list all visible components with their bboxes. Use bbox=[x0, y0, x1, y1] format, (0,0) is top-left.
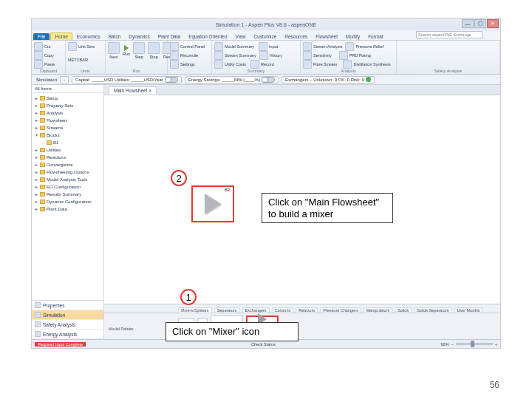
tab-customize[interactable]: Customize bbox=[250, 33, 281, 40]
palette-tab-user-models[interactable]: User Models bbox=[454, 307, 483, 313]
tab-modify[interactable]: Modify bbox=[342, 33, 364, 40]
palette-tab-solids-separators[interactable]: Solids Separators bbox=[414, 307, 451, 313]
nav-simulation[interactable]: Simulation bbox=[32, 310, 103, 320]
tab-view[interactable]: View bbox=[232, 33, 250, 40]
tab-file[interactable]: File bbox=[33, 33, 50, 40]
control-panel-icon[interactable] bbox=[170, 42, 179, 51]
expand-icon[interactable]: ▸ bbox=[34, 117, 38, 124]
tree-item-b1[interactable]: B1 bbox=[32, 139, 103, 146]
window-maximize-button[interactable]: ▢ bbox=[474, 19, 486, 28]
page-number: 56 bbox=[490, 380, 499, 390]
tab-format[interactable]: Format bbox=[364, 33, 387, 40]
expand-icon[interactable]: ▸ bbox=[34, 161, 38, 168]
prd-rating-icon[interactable] bbox=[339, 51, 348, 60]
tree-item-plant-data[interactable]: ▸Plant Data bbox=[32, 205, 103, 213]
expand-icon[interactable]: ▸ bbox=[34, 168, 38, 176]
record-icon[interactable] bbox=[250, 60, 259, 69]
history-icon[interactable] bbox=[259, 51, 268, 60]
tab-batch[interactable]: Batch bbox=[105, 33, 125, 40]
energy-toggle[interactable] bbox=[262, 77, 275, 83]
tree-item-reactions[interactable]: ▸Reactions bbox=[32, 154, 103, 161]
folder-icon bbox=[40, 148, 45, 152]
palette-tab-solids[interactable]: Solids bbox=[395, 307, 412, 313]
unit-sets-icon[interactable] bbox=[68, 42, 77, 51]
run-button[interactable]: Run bbox=[123, 45, 130, 56]
tab-flowsheet[interactable]: Flowsheet bbox=[312, 33, 341, 40]
palette-tab-manipulators[interactable]: Manipulators bbox=[364, 307, 393, 313]
sensitivity-icon[interactable] bbox=[303, 51, 312, 60]
tree-item-eo-configuration[interactable]: ▸EO Configuration bbox=[32, 183, 103, 191]
nav-energy-analysis[interactable]: Energy Analysis bbox=[32, 330, 103, 339]
palette-tab-exchangers[interactable]: Exchangers bbox=[242, 307, 270, 313]
expand-icon[interactable]: ▸ bbox=[34, 205, 38, 213]
nav-properties[interactable]: Properties bbox=[32, 301, 103, 310]
flare-system-icon[interactable] bbox=[303, 60, 312, 69]
search-exchange-input[interactable]: Search aspenONE Exchange bbox=[416, 31, 482, 38]
expand-icon[interactable]: ▸ bbox=[34, 146, 38, 154]
tree-item-flowsheet[interactable]: ▸Flowsheet bbox=[32, 117, 103, 124]
tab-economics[interactable]: Economics bbox=[73, 33, 104, 40]
expand-icon[interactable]: ▸ bbox=[34, 124, 38, 132]
palette-tab-mixers-splitters[interactable]: Mixers/Splitters bbox=[178, 307, 212, 313]
window-minimize-button[interactable]: — bbox=[462, 19, 474, 28]
block-triangle-icon bbox=[205, 194, 221, 214]
expand-icon[interactable]: ▸ bbox=[34, 198, 38, 205]
paste-icon[interactable] bbox=[34, 60, 43, 69]
tab-home[interactable]: Home bbox=[50, 33, 72, 40]
tree-item-convergence[interactable]: ▸Convergence bbox=[32, 161, 103, 168]
expand-icon[interactable]: ▸ bbox=[34, 109, 38, 117]
capital-pill[interactable]: Capital: _____USD Utilities: _____USD/Ye… bbox=[72, 76, 182, 83]
exchangers-pill[interactable]: Exchangers – Unknown: 0 OK: 0 Risk: 0 bbox=[282, 76, 375, 83]
tab-plant-data[interactable]: Plant Data bbox=[154, 33, 184, 40]
expand-icon[interactable]: ▸ bbox=[34, 154, 38, 161]
tree-item-model-analysis-tools[interactable]: ▸Model Analysis Tools bbox=[32, 176, 103, 183]
expand-icon[interactable]: ▸ bbox=[34, 95, 38, 102]
expand-icon[interactable]: ▸ bbox=[34, 176, 38, 183]
tree-item-streams[interactable]: ▸Streams bbox=[32, 124, 103, 132]
input-icon[interactable] bbox=[259, 42, 267, 51]
tree-item-flowsheeting-options[interactable]: ▸Flowsheeting Options bbox=[32, 168, 103, 176]
palette-tab-separators[interactable]: Separators bbox=[214, 307, 240, 313]
tab-resources[interactable]: Resources bbox=[281, 33, 311, 40]
zoom-out-button[interactable]: − bbox=[451, 342, 454, 347]
stop-button[interactable]: Stop bbox=[148, 42, 160, 59]
model-summary-icon[interactable] bbox=[214, 42, 223, 51]
dist-synthesis-icon[interactable] bbox=[343, 60, 352, 69]
palette-tab-columns[interactable]: Columns bbox=[272, 307, 294, 313]
palette-tab-reactors[interactable]: Reactors bbox=[296, 307, 318, 313]
tab-dynamics[interactable]: Dynamics bbox=[125, 33, 154, 40]
check-status-link[interactable]: Check Status bbox=[251, 342, 276, 347]
tree-item-results-summary[interactable]: ▸Results Summary bbox=[32, 191, 103, 198]
main-flowsheet-tab[interactable]: Main Flowsheet × bbox=[109, 86, 157, 95]
tree-item-blocks[interactable]: ▾Blocks bbox=[32, 132, 103, 139]
pressure-relief-icon[interactable] bbox=[345, 42, 354, 51]
palette-tab-pressure-changers[interactable]: Pressure Changers bbox=[320, 307, 361, 313]
cut-icon[interactable] bbox=[34, 42, 43, 51]
utility-costs-icon[interactable] bbox=[214, 60, 223, 69]
tree-item-property-sets[interactable]: ▸Property Sets bbox=[32, 102, 103, 109]
stream-summary-icon[interactable] bbox=[214, 51, 223, 60]
window-close-button[interactable]: ✕ bbox=[487, 19, 499, 28]
zoom-slider[interactable] bbox=[456, 343, 493, 345]
copy-icon[interactable] bbox=[34, 51, 43, 60]
tree-item-analysis[interactable]: ▸Analysis bbox=[32, 109, 103, 117]
nav-back-button[interactable]: ‹ bbox=[60, 76, 69, 83]
tree-item-utilities[interactable]: ▸Utilities bbox=[32, 146, 103, 154]
step-button[interactable]: Step bbox=[133, 42, 145, 59]
expand-icon[interactable]: ▸ bbox=[34, 191, 38, 198]
expand-icon[interactable]: ▸ bbox=[34, 183, 38, 191]
tree-item-setup[interactable]: ▸Setup bbox=[32, 95, 103, 102]
capital-toggle[interactable] bbox=[165, 77, 178, 83]
settings-icon[interactable] bbox=[170, 60, 179, 69]
folder-icon bbox=[40, 133, 45, 137]
next-button[interactable]: Next bbox=[108, 42, 120, 59]
stream-analysis-icon[interactable] bbox=[303, 42, 312, 51]
zoom-in-button[interactable]: + bbox=[495, 342, 497, 347]
nav-safety-analysis[interactable]: Safety Analysis bbox=[32, 320, 103, 330]
reconcile-icon[interactable] bbox=[170, 51, 179, 60]
expand-icon[interactable]: ▾ bbox=[34, 132, 38, 139]
energy-pill[interactable]: Energy Savings: _____MW (____%) bbox=[185, 76, 279, 83]
expand-icon[interactable]: ▸ bbox=[34, 102, 38, 109]
tab-eq-oriented[interactable]: Equation Oriented bbox=[185, 33, 231, 40]
tree-item-dynamic-configuration[interactable]: ▸Dynamic Configuration bbox=[32, 198, 103, 205]
